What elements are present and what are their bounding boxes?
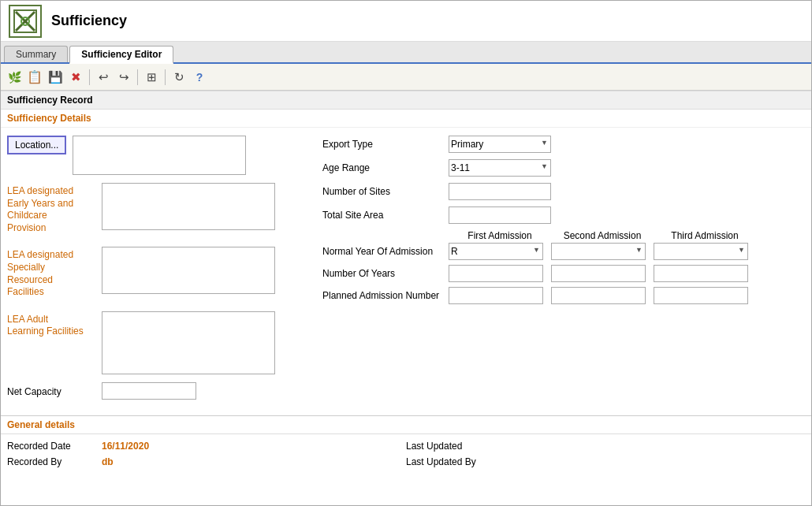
export-type-select[interactable]: Primary Secondary Other xyxy=(449,136,551,153)
age-range-label: Age Range xyxy=(322,162,449,173)
lea-adult-learning-row: LEA Adult Learning Facilities xyxy=(7,311,307,374)
first-admission-cell: R 1 2 3 xyxy=(449,243,551,260)
age-range-select-wrapper: 3-11 4-11 11-16 11-18 xyxy=(449,159,551,177)
planned-admission-second-input[interactable] xyxy=(551,287,646,304)
location-row: Location... xyxy=(7,136,307,175)
total-site-area-row: Total Site Area xyxy=(322,206,805,224)
new-icon: 🌿 xyxy=(8,71,21,84)
toolbar-sep-3 xyxy=(165,69,166,85)
net-capacity-label: Net Capacity xyxy=(7,384,94,397)
recorded-by-label: Recorded By xyxy=(7,456,102,467)
help-button[interactable]: ? xyxy=(191,69,208,86)
cancel-button[interactable]: ✖ xyxy=(67,69,84,86)
second-admission-select[interactable]: R 1 xyxy=(551,243,646,260)
recorded-date-label: Recorded Date xyxy=(7,441,102,452)
recorded-by-value: db xyxy=(102,456,114,467)
grid-icon: ⊞ xyxy=(147,70,157,84)
export-type-label: Export Type xyxy=(322,139,449,150)
redo-button[interactable]: ↪ xyxy=(115,69,132,86)
app-logo xyxy=(9,5,42,38)
planned-admission-row: Planned Admission Number xyxy=(322,287,805,304)
open-icon: 📋 xyxy=(27,69,43,84)
planned-admission-label: Planned Admission Number xyxy=(322,290,449,301)
recorded-by-item: Recorded By db xyxy=(7,456,406,467)
lea-specially-resourced-label: LEA designated Specially Resourced Facil… xyxy=(7,247,94,298)
age-range-select[interactable]: 3-11 4-11 11-16 11-18 xyxy=(449,159,551,177)
last-updated-label: Last Updated xyxy=(406,441,501,452)
general-row-1: Recorded Date 16/11/2020 Last Updated xyxy=(7,441,805,452)
last-updated-item: Last Updated xyxy=(406,441,805,452)
general-details-header: General details xyxy=(1,415,811,434)
lea-specially-resourced-row: LEA designated Specially Resourced Facil… xyxy=(7,247,307,298)
age-range-row: Age Range 3-11 4-11 11-16 11-18 xyxy=(322,159,805,177)
lea-early-years-row: LEA designated Early Years and Childcare… xyxy=(7,183,307,234)
last-updated-by-label: Last Updated By xyxy=(406,456,501,467)
net-capacity-input[interactable] xyxy=(102,382,196,400)
new-button[interactable]: 🌿 xyxy=(6,69,23,86)
open-button[interactable]: 📋 xyxy=(26,69,43,86)
first-admission-header: First Admission xyxy=(449,230,551,241)
number-of-sites-row: Number of Sites xyxy=(322,183,805,200)
lea-adult-learning-textarea[interactable] xyxy=(102,311,275,374)
right-column: Export Type Primary Secondary Other Age … xyxy=(322,136,805,407)
export-type-row: Export Type Primary Secondary Other xyxy=(322,136,805,153)
admission-spacer xyxy=(322,230,449,241)
grid-button[interactable]: ⊞ xyxy=(143,69,160,86)
left-column: Location... LEA designated Early Years a… xyxy=(7,136,322,407)
save-icon: 💾 xyxy=(48,70,63,84)
details-columns: Location... LEA designated Early Years a… xyxy=(1,128,811,415)
sufficiency-details-header: Sufficiency Details xyxy=(1,110,811,128)
lea-early-years-textarea[interactable] xyxy=(102,183,275,230)
refresh-button[interactable]: ↻ xyxy=(170,69,188,86)
third-admission-select[interactable]: R 1 xyxy=(654,243,748,260)
tab-sufficiency-editor[interactable]: Sufficiency Editor xyxy=(69,46,173,64)
third-admission-cell: R 1 xyxy=(654,243,756,260)
normal-year-admission-row: Normal Year Of Admission R 1 2 3 xyxy=(322,243,805,260)
planned-admission-first-input[interactable] xyxy=(449,287,543,304)
first-admission-select[interactable]: R 1 2 3 xyxy=(449,243,543,260)
save-button[interactable]: 💾 xyxy=(47,69,64,86)
planned-admission-third-input[interactable] xyxy=(654,287,748,304)
tab-bar: Summary Sufficiency Editor xyxy=(1,42,811,64)
second-admission-header: Second Admission xyxy=(551,230,654,241)
content-area: Sufficiency Record Sufficiency Details L… xyxy=(1,91,811,505)
number-of-years-label: Number Of Years xyxy=(322,268,449,279)
normal-year-admission-label: Normal Year Of Admission xyxy=(322,246,449,257)
app-title: Sufficiency xyxy=(51,13,127,29)
net-capacity-row: Net Capacity xyxy=(7,382,307,400)
third-admission-header: Third Admission xyxy=(654,230,756,241)
last-updated-by-item: Last Updated By xyxy=(406,456,805,467)
app-header: Sufficiency xyxy=(1,1,811,42)
number-of-years-second-input[interactable] xyxy=(551,265,646,282)
sufficiency-record-header: Sufficiency Record xyxy=(1,91,811,110)
toolbar-sep-2 xyxy=(137,69,138,85)
number-of-years-third-input[interactable] xyxy=(654,265,748,282)
recorded-date-value: 16/11/2020 xyxy=(102,441,149,452)
cancel-icon: ✖ xyxy=(71,70,81,84)
app-window: Sufficiency Summary Sufficiency Editor 🌿… xyxy=(0,0,812,506)
tab-summary[interactable]: Summary xyxy=(4,46,68,62)
number-of-sites-label: Number of Sites xyxy=(322,186,449,197)
location-textarea[interactable] xyxy=(73,136,246,175)
total-site-area-input[interactable] xyxy=(449,206,551,224)
refresh-icon: ↻ xyxy=(174,70,184,84)
export-type-select-wrapper: Primary Secondary Other xyxy=(449,136,551,153)
lea-adult-learning-label: LEA Adult Learning Facilities xyxy=(7,311,94,338)
recorded-date-item: Recorded Date 16/11/2020 xyxy=(7,441,406,452)
number-of-years-first-input[interactable] xyxy=(449,265,543,282)
location-button[interactable]: Location... xyxy=(7,136,66,154)
undo-button[interactable]: ↩ xyxy=(95,69,112,86)
general-details-content: Recorded Date 16/11/2020 Last Updated Re… xyxy=(1,434,811,478)
number-of-years-row: Number Of Years xyxy=(322,265,805,282)
lea-early-years-label: LEA designated Early Years and Childcare… xyxy=(7,183,94,234)
admission-headers: First Admission Second Admission Third A… xyxy=(322,230,805,241)
redo-icon: ↪ xyxy=(119,70,129,84)
general-row-2: Recorded By db Last Updated By xyxy=(7,456,805,467)
toolbar: 🌿 📋 💾 ✖ ↩ ↪ ⊞ ↻ ? xyxy=(1,64,811,91)
lea-specially-resourced-textarea[interactable] xyxy=(102,247,275,294)
second-admission-cell: R 1 xyxy=(551,243,654,260)
toolbar-sep-1 xyxy=(89,69,90,85)
number-of-sites-input[interactable] xyxy=(449,183,551,200)
undo-icon: ↩ xyxy=(99,70,109,84)
help-icon: ? xyxy=(196,71,203,84)
